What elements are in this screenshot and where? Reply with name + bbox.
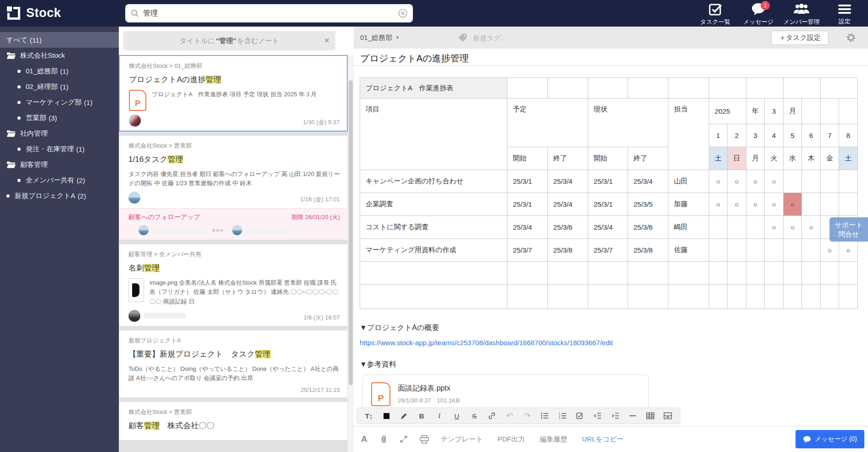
template-button[interactable]: テンプレート (441, 435, 483, 444)
table-empty-row (360, 262, 858, 285)
sidebar-item-all-members[interactable]: 全メンバー共有 (2) (0, 172, 119, 188)
chevron-down-icon: ▼ (395, 35, 400, 40)
dot-icon (17, 148, 21, 151)
app-logo[interactable]: Stock (7, 6, 61, 20)
avatar (128, 310, 140, 322)
sidebar-item-marketing[interactable]: マーケティング部 (1) (0, 94, 119, 110)
header-year-suffix[interactable]: 年 (746, 99, 765, 124)
members-icon (793, 2, 810, 16)
message-button[interactable]: メッセージ (0) (796, 430, 864, 448)
copy-url-button[interactable]: URLをコピー (582, 435, 624, 444)
weekday-sun[interactable]: 日 (728, 147, 746, 170)
table-icon[interactable] (645, 410, 656, 421)
search-clear-icon[interactable] (398, 9, 407, 18)
support-tab[interactable]: サポート 問合せ (829, 217, 868, 242)
delay-cell[interactable]: ○ (784, 193, 802, 216)
header-item[interactable]: 項目 (360, 99, 507, 170)
italic-icon[interactable]: I (434, 410, 445, 421)
sidebar-folder-internal[interactable]: 社内管理 (0, 126, 119, 141)
bullet-list-icon[interactable] (539, 410, 550, 421)
overview-link[interactable]: https://www.stock-app.jp/teams/c253708/d… (360, 339, 868, 347)
table-header-row: 項目 予定 現状 担当 2025 年 3 月 (360, 99, 858, 124)
folder-select[interactable]: 01_総務部 ▼ (360, 33, 400, 42)
font-size-icon[interactable]: T↕ (363, 410, 374, 421)
task-setting-button[interactable]: ＋タスク設定 (771, 31, 829, 45)
sidebar-item-hacchuu[interactable]: 発注・在庫管理 (1) (0, 141, 119, 157)
gear-icon[interactable] (846, 33, 856, 43)
redo-icon[interactable]: ↷ (522, 410, 533, 421)
pptx-file-icon: P (129, 90, 146, 111)
assign-arrow: >>> (212, 227, 224, 234)
sidebar-item-new-project-a[interactable]: 新規プロジェクトA (2) (0, 188, 119, 204)
indent-icon[interactable] (610, 410, 621, 421)
nav-task-list[interactable]: タスク一覧 (694, 0, 737, 27)
table-caption-cell[interactable]: プロジェクトA 作業進捗表 (360, 78, 507, 99)
sidebar-item-keiri[interactable]: 02_経理部 (1) (0, 79, 119, 94)
weekday-sat[interactable]: 土 (709, 147, 728, 170)
progress-table[interactable]: プロジェクトA 作業進捗表 項目 予定 現状 担当 2025 年 3 月 1 2… (360, 77, 858, 309)
result-card-kokyaku[interactable]: 株式会社Stock > 営業部 顧客管理 株式会社〇〇 (119, 402, 348, 441)
result-card-project-a[interactable]: 株式会社Stock > 01_総務部 プロジェクトAの進捗管理 P プロジェクト… (119, 55, 348, 132)
bold-icon[interactable]: B (416, 410, 427, 421)
nav-messages[interactable]: 1 メッセージ (737, 0, 780, 27)
attach-file-icon[interactable] (379, 435, 388, 444)
note-editor: 01_総務部 ▼ ＋タスク設定 プロジェクトAの進捗管理 プロジェクトA 作業進… (354, 27, 868, 452)
header-assignee[interactable]: 担当 (668, 99, 709, 170)
weekday-sat[interactable]: 土 (839, 147, 858, 170)
header-plan[interactable]: 予定 (507, 99, 588, 147)
search-box[interactable] (125, 4, 413, 22)
linked-task[interactable]: 顧客へのフォローアップ 期限 26/01/20 (火) >>> (119, 208, 347, 240)
sidebar-item-all[interactable]: すべて (11) (0, 32, 119, 48)
sidebar-item-soumu[interactable]: 01_総務部 (1) (0, 63, 119, 79)
note-content[interactable]: プロジェクトA 作業進捗表 項目 予定 現状 担当 2025 年 3 月 1 2… (354, 66, 868, 426)
sidebar-folder-company[interactable]: 株式会社Stock (0, 48, 119, 63)
result-card-meishi[interactable]: 顧客管理 > 全メンバー共有 名刺管理 image.png 企業名/法人名 株式… (119, 244, 348, 326)
dot-icon (17, 116, 21, 120)
filter-close-icon[interactable]: × (324, 35, 329, 46)
result-list: 株式会社Stock > 01_総務部 プロジェクトAの進捗管理 P プロジェクト… (119, 55, 348, 452)
highlighter-icon[interactable] (399, 410, 410, 421)
sidebar-item-eigyou[interactable]: 営業部 (3) (0, 110, 119, 126)
underline-icon[interactable]: U (451, 410, 462, 421)
message-badge: 1 (761, 1, 770, 10)
nav-member-management[interactable]: メンバー管理 (780, 0, 823, 27)
checklist-icon[interactable] (574, 410, 585, 421)
avatar (129, 115, 141, 127)
redacted-name (152, 227, 204, 233)
nav-settings[interactable]: 設定 (823, 0, 866, 27)
edit-history-button[interactable]: 編集履歴 (540, 435, 568, 444)
font-color-icon[interactable] (381, 410, 392, 421)
timestamp: 25/12/17 11:15 (300, 386, 340, 393)
top-nav: タスク一覧 1 メッセージ メンバー管理 設定 (694, 0, 866, 27)
ordered-list-icon[interactable]: 123 (557, 410, 568, 421)
remove-table-icon[interactable] (662, 410, 673, 421)
font-style-icon[interactable]: A (361, 434, 367, 444)
print-icon[interactable] (420, 435, 429, 444)
note-title: 顧客管理 株式会社〇〇 (128, 420, 340, 431)
undo-icon[interactable]: ↶ (504, 410, 515, 421)
table-row: プロジェクトA 作業進捗表 (360, 78, 858, 99)
fullscreen-icon[interactable] (400, 435, 408, 443)
result-card-new-project-task[interactable]: 新規プロジェクトA 【重要】新規プロジェクト タスク管理 ToDo（やること） … (119, 330, 348, 398)
note-title[interactable]: プロジェクトAの進捗管理 (354, 49, 868, 65)
search-input[interactable] (143, 9, 398, 17)
folder-icon (6, 52, 16, 59)
header-actual[interactable]: 現状 (588, 99, 668, 147)
dot-icon (17, 101, 21, 104)
result-card-task-0116[interactable]: 株式会社Stock > 営業部 1/16タスク管理 タスク内容 優先度 担当者 … (119, 135, 348, 240)
note-snippet: プロジェクトA 作業進捗表 項目 予定 現状 担当 2025 年３月 (152, 90, 317, 111)
outdent-icon[interactable] (592, 410, 603, 421)
results-scrollbar[interactable] (348, 55, 354, 452)
link-icon[interactable] (486, 410, 497, 421)
header-year[interactable]: 2025 (709, 99, 746, 124)
strikethrough-icon[interactable]: S (469, 410, 480, 421)
sidebar-folder-customer[interactable]: 顧客管理 (0, 157, 119, 172)
pdf-export-button[interactable]: PDF出力 (498, 435, 525, 444)
item-count: (2) (77, 176, 85, 184)
new-tag-input[interactable] (473, 34, 624, 42)
header-month-suffix[interactable]: 月 (784, 99, 802, 124)
breadcrumb: 顧客管理 > 全メンバー共有 (128, 250, 340, 259)
horizontal-rule-icon[interactable] (627, 410, 638, 421)
search-results-panel: タイトルに"管理"を含むノート × 株式会社Stock > 01_総務部 プロジ… (119, 27, 354, 452)
header-month[interactable]: 3 (765, 99, 784, 124)
